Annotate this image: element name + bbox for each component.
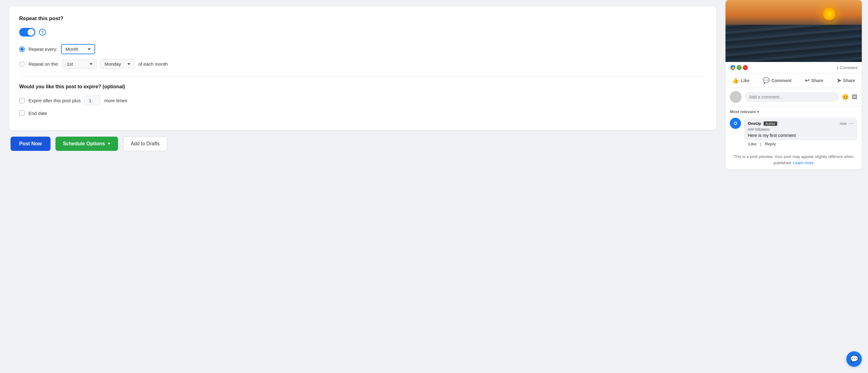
day-value: Monday (104, 61, 125, 67)
post-preview-footer: This is a post preview. Your post may ap… (725, 150, 862, 169)
emoji-button[interactable]: 😊 (842, 94, 849, 100)
end-date-row: End date (19, 110, 706, 116)
share-icon: ↩ (805, 77, 809, 84)
right-panel: 👍 💚 ❤️ 1 Comment 👍 Like 💬 Comment ↩ (725, 0, 868, 373)
comment-input[interactable] (745, 92, 839, 102)
send-icon: ➤ (837, 77, 841, 84)
expire-after-label: Expire after this post plus (29, 98, 81, 103)
repeat-toggle[interactable] (19, 28, 35, 36)
like-reaction-icon: 👍 (730, 64, 736, 71)
comment-actions: Like | Reply (744, 141, 858, 149)
repeat-on-radio[interactable] (19, 61, 25, 67)
commenter-avatar: O (730, 118, 741, 129)
comment-bubble: OneUp Author now ··· ### followers Here … (744, 118, 858, 141)
schedule-chevron-icon (107, 143, 111, 145)
toggle-row: ? (19, 28, 706, 36)
schedule-options-label: Schedule Options (63, 141, 105, 147)
sun-graphic (822, 6, 837, 22)
buttons-row: Post Now Schedule Options Add to Drafts (9, 136, 716, 151)
schedule-options-button[interactable]: Schedule Options (56, 136, 118, 151)
comment-time: now (840, 121, 847, 126)
of-each-month-label: of each month (138, 61, 167, 67)
comment-input-row: 😊 🖼 (725, 88, 862, 106)
ordinal-select[interactable]: 1st (63, 59, 97, 69)
comment-item: O OneUp Author now ··· ### followers Her… (725, 115, 862, 150)
comment-icon: 💬 (763, 77, 770, 84)
followers-text: ### followers (748, 127, 854, 132)
like-action-button[interactable]: 👍 Like (728, 75, 754, 87)
ordinal-value: 1st (67, 61, 87, 67)
repeat-every-row: Repeat every: Month (19, 44, 706, 54)
author-badge: Author (764, 121, 777, 126)
day-chevron-icon (127, 63, 130, 65)
comment-label: Comment (771, 78, 792, 83)
comment-more-button[interactable]: ··· (849, 120, 854, 127)
left-panel: Repeat this post? ? Repeat every: Month (0, 0, 725, 373)
post-image (725, 0, 862, 62)
care-reaction-icon: 💚 (736, 64, 742, 71)
comment-reply-link[interactable]: Reply (765, 142, 776, 146)
like-icon: 👍 (732, 77, 739, 84)
post-now-button[interactable]: Post Now (10, 136, 51, 151)
comment-count: 1 Comment (837, 65, 858, 70)
main-container: Repeat this post? ? Repeat every: Month (0, 0, 868, 373)
expire-after-row: Expire after this post plus more times (19, 96, 706, 105)
comment-action-button[interactable]: 💬 Comment (758, 75, 796, 87)
action-buttons-row: 👍 Like 💬 Comment ↩ Share ➤ Share (725, 73, 862, 88)
ordinal-chevron-icon (90, 63, 93, 65)
send-action-button[interactable]: ➤ Share (832, 75, 860, 87)
chat-bubble-icon: 💬 (850, 355, 859, 363)
comment-author-name: OneUp (748, 121, 761, 126)
share-label: Share (811, 78, 824, 83)
photo-button[interactable]: 🖼 (852, 94, 858, 100)
add-to-drafts-button[interactable]: Add to Drafts (123, 136, 167, 151)
most-relevant-label: Most relevant (730, 110, 756, 114)
like-label: Like (741, 78, 749, 83)
more-times-label: more times (104, 98, 127, 103)
fb-post-card: 👍 💚 ❤️ 1 Comment 👍 Like 💬 Comment ↩ (725, 0, 862, 169)
reaction-icons: 👍 💚 ❤️ (730, 64, 748, 71)
reactions-row: 👍 💚 ❤️ 1 Comment (725, 62, 862, 73)
most-relevant-chevron-icon: ▾ (757, 110, 759, 114)
love-reaction-icon: ❤️ (742, 64, 748, 71)
end-date-label: End date (29, 111, 47, 116)
share-action-button[interactable]: ↩ Share (801, 75, 828, 87)
expire-title: Would you like this post to expire? (opt… (19, 84, 706, 90)
comment-text: Here is my first comment (748, 133, 854, 138)
user-avatar (730, 91, 742, 103)
comment-author-row: OneUp Author now ··· (748, 120, 854, 127)
repeat-every-select[interactable]: Month (61, 44, 95, 54)
day-select[interactable]: Monday (100, 59, 134, 69)
waves-graphic (725, 25, 862, 62)
repeat-every-value: Month (65, 46, 85, 52)
learn-more-link[interactable]: Learn more (793, 160, 813, 165)
divider (19, 76, 706, 76)
expire-count-input[interactable] (84, 96, 100, 105)
repeat-on-row: Repeat on the: 1st Monday of each month (19, 59, 706, 69)
comment-like-link[interactable]: Like (748, 142, 756, 146)
repeat-title: Repeat this post? (19, 15, 706, 22)
expire-after-checkbox[interactable] (19, 98, 25, 103)
chat-bubble-button[interactable]: 💬 (846, 351, 862, 367)
help-icon[interactable]: ? (39, 29, 46, 36)
most-relevant-row[interactable]: Most relevant ▾ (725, 106, 862, 115)
end-date-checkbox[interactable] (19, 110, 25, 116)
repeat-every-radio[interactable] (19, 46, 25, 52)
send-label: Share (843, 78, 855, 83)
expire-section: Would you like this post to expire? (opt… (19, 84, 706, 116)
chevron-down-icon (88, 48, 91, 50)
repeat-every-label: Repeat every: (29, 46, 57, 52)
repeat-on-label: Repeat on the: (29, 61, 59, 67)
repeat-card: Repeat this post? ? Repeat every: Month (9, 6, 716, 130)
